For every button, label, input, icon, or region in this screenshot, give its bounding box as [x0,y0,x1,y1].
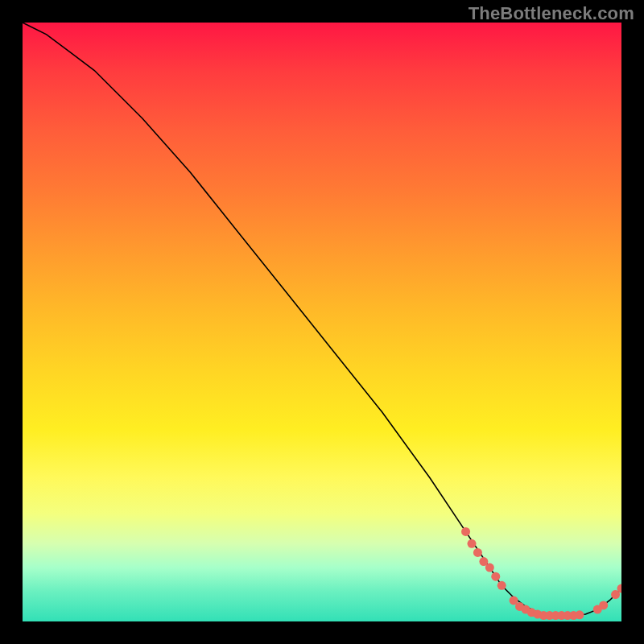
watermark-text: TheBottleneck.com [469,3,634,24]
data-dot [497,581,506,590]
data-dot [461,527,470,536]
data-dots [461,527,621,620]
data-dot [599,601,608,609]
plot-area [23,23,621,621]
chart-frame: TheBottleneck.com [0,0,644,644]
bottleneck-curve [23,23,621,616]
data-dot [468,539,477,548]
chart-svg [23,23,621,621]
data-dot [575,610,584,619]
data-dot [473,548,482,557]
data-dot [491,572,500,581]
data-dot [485,564,494,572]
